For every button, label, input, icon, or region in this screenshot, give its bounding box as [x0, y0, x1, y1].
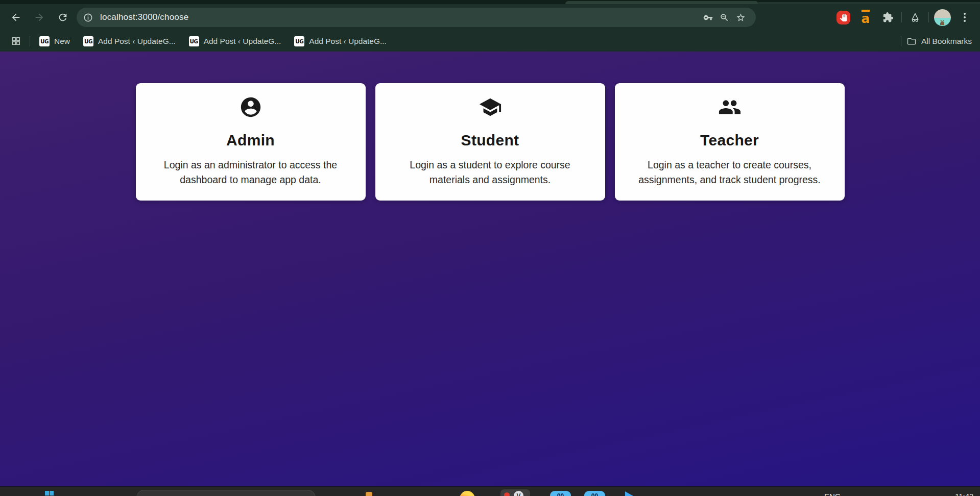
people-group-icon: [632, 95, 827, 121]
address-bar[interactable]: localhost:3000/choose: [77, 8, 756, 27]
kebab-menu-icon: [964, 13, 966, 22]
graduation-cap-icon: [393, 95, 588, 121]
all-bookmarks-label: All Bookmarks: [921, 37, 972, 46]
back-icon: [10, 12, 21, 23]
bookmarks-separator: [901, 36, 901, 46]
bookmark-label: Add Post ‹ UpdateG...: [309, 37, 387, 46]
browser-toolbar: localhost:3000/choose a: [0, 4, 980, 31]
language-indicator[interactable]: ENG: [824, 492, 841, 496]
password-key-icon[interactable]: [700, 9, 716, 26]
record-dot-icon: [504, 492, 510, 496]
bookmarks-bar: UG New UG Add Post ‹ UpdateG... UG Add P…: [0, 31, 980, 52]
taskbar-badge-1[interactable]: 00: [550, 491, 571, 496]
alpha-extension-button[interactable]: a: [856, 8, 875, 27]
bookmark-item-add-post-3[interactable]: UG Add Post ‹ UpdateG...: [290, 34, 391, 48]
role-cards: Admin Login as an administrator to acces…: [0, 83, 980, 201]
reload-button[interactable]: [51, 7, 75, 28]
puzzle-icon: [882, 12, 894, 23]
extensions-menu-button[interactable]: [879, 8, 897, 27]
student-card-description: Login as a student to explore course mat…: [393, 158, 588, 188]
browser-window: localhost:3000/choose a: [0, 0, 980, 496]
url-text[interactable]: localhost:3000/choose: [100, 12, 700, 22]
bookmark-label: Add Post ‹ UpdateG...: [98, 37, 176, 46]
teacher-card-description: Login as a teacher to create courses, as…: [632, 158, 827, 188]
profile-avatar: [934, 9, 951, 26]
adblock-extension-button[interactable]: [834, 8, 852, 27]
start-button[interactable]: [45, 491, 54, 496]
all-bookmarks-button[interactable]: All Bookmarks: [906, 36, 972, 46]
hanger-icon: [910, 12, 921, 23]
student-card-title: Student: [393, 132, 588, 149]
taskbar-browser-icon[interactable]: [460, 491, 475, 496]
toolbar-separator: [928, 12, 929, 22]
admin-card-description: Login as an administrator to access the …: [153, 158, 348, 188]
alpha-extension-icon: a: [862, 10, 870, 25]
tab-strip: [0, 0, 980, 4]
forward-icon: [34, 12, 45, 23]
admin-card-title: Admin: [153, 132, 348, 149]
browser-menu-button[interactable]: [955, 8, 974, 27]
extensions-area: a: [756, 8, 974, 27]
reload-icon: [57, 12, 68, 23]
taskbar-search-box[interactable]: [136, 490, 316, 496]
windows-taskbar: V 00 00 ENG 11:43: [0, 486, 980, 496]
ug-favicon: UG: [189, 36, 199, 46]
bookmark-star-icon[interactable]: [732, 9, 749, 26]
ug-favicon: UG: [39, 36, 50, 46]
student-card[interactable]: Student Login as a student to explore co…: [375, 83, 605, 201]
tab-top-edge[interactable]: [565, 1, 758, 4]
hanger-extension-button[interactable]: [906, 8, 924, 27]
app-letter-icon: V: [514, 491, 523, 496]
taskbar-clock[interactable]: 11:43: [955, 492, 973, 496]
teacher-card-title: Teacher: [632, 132, 827, 149]
adblock-hand-icon: [836, 11, 850, 24]
bookmark-label: New: [54, 37, 70, 46]
admin-card[interactable]: Admin Login as an administrator to acces…: [136, 83, 366, 201]
profile-button[interactable]: [933, 8, 951, 27]
bookmark-item-add-post-2[interactable]: UG Add Post ‹ UpdateG...: [185, 34, 285, 48]
taskbar-active-app[interactable]: V: [500, 489, 530, 496]
forward-button[interactable]: [28, 7, 51, 28]
toolbar-separator: [901, 12, 902, 22]
site-info-icon[interactable]: [80, 9, 96, 26]
taskbar-badge-2[interactable]: 00: [584, 491, 605, 496]
ug-favicon: UG: [83, 36, 93, 46]
bookmark-item-new[interactable]: UG New: [35, 34, 74, 48]
taskbar-arrow-icon[interactable]: [625, 491, 633, 496]
bookmarks-separator: [30, 36, 30, 46]
bookmark-label: Add Post ‹ UpdateG...: [204, 37, 281, 46]
apps-grid-icon[interactable]: [7, 34, 25, 49]
ug-favicon: UG: [294, 36, 304, 46]
zoom-out-icon[interactable]: [716, 9, 732, 26]
folder-icon: [906, 36, 917, 46]
tab-strip-right: [758, 2, 980, 4]
taskbar-app-icon-orange[interactable]: [366, 492, 372, 496]
account-circle-icon: [153, 95, 348, 121]
bookmark-item-add-post-1[interactable]: UG Add Post ‹ UpdateG...: [79, 34, 180, 48]
teacher-card[interactable]: Teacher Login as a teacher to create cou…: [615, 83, 845, 201]
page-content: Admin Login as an administrator to acces…: [0, 52, 980, 486]
back-button[interactable]: [4, 7, 28, 28]
